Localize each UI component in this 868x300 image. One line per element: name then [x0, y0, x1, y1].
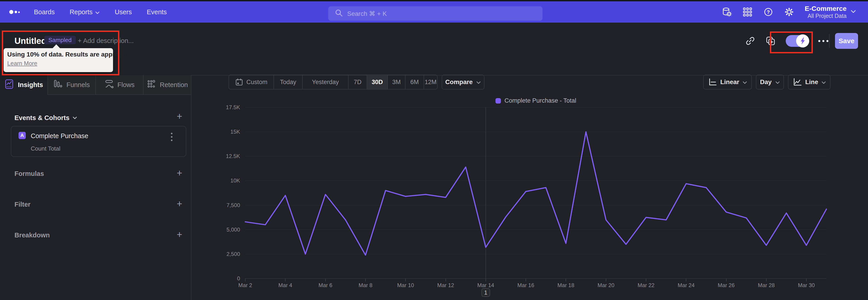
flows-icon — [104, 79, 114, 90]
x-axis-label: Mar 24 — [670, 282, 702, 289]
search-placeholder: Search ⌘ + K — [347, 10, 387, 18]
add-event-button[interactable]: + — [175, 112, 184, 121]
legend-swatch — [495, 98, 501, 103]
chart-legend[interactable]: Complete Purchase - Total — [245, 97, 827, 104]
linear-axis-icon — [708, 78, 717, 87]
sampling-toggle[interactable] — [786, 35, 808, 47]
chart-type-dropdown[interactable]: Line — [788, 74, 831, 90]
section-label-breakdown: Breakdown — [14, 232, 50, 239]
legend-label: Complete Purchase - Total — [504, 97, 577, 104]
event-options-icon[interactable] — [169, 131, 174, 143]
add-to-board-icon[interactable] — [765, 36, 776, 46]
x-axis-tick — [646, 278, 646, 281]
interval-dropdown[interactable]: Day — [756, 74, 784, 90]
tab-insights[interactable]: Insights — [0, 75, 48, 95]
line-chart-plot[interactable] — [245, 108, 827, 278]
settings-gear-icon[interactable] — [784, 7, 794, 17]
range-custom[interactable]: Custom — [229, 75, 274, 89]
nav-item-reports[interactable]: Reports — [70, 8, 100, 16]
scale-dropdown[interactable]: Linear — [703, 74, 752, 90]
range-yesterday[interactable]: Yesterday — [302, 75, 348, 89]
save-button[interactable]: Save — [835, 33, 858, 49]
event-name[interactable]: Complete Purchase — [31, 132, 88, 140]
x-axis-label: Mar 6 — [310, 282, 341, 289]
section-label-formulas: Formulas — [14, 170, 44, 177]
series-letter-badge: A — [19, 132, 26, 139]
event-metric[interactable]: Count Total — [31, 145, 60, 152]
tooltip-text: Using 10% of data. Results are approxima… — [7, 51, 141, 58]
chevron-down-icon — [775, 79, 780, 86]
range-30d[interactable]: 30D — [367, 75, 388, 89]
mixpanel-logo-icon[interactable] — [8, 1, 22, 23]
compare-dropdown[interactable]: Compare — [442, 74, 485, 90]
tab-flows[interactable]: Flows — [95, 75, 143, 95]
x-axis-label: Mar 4 — [270, 282, 301, 289]
project-selector[interactable]: E-Commerce All Project Data — [805, 1, 856, 23]
y-axis-label: 7,500 — [204, 202, 240, 208]
x-axis-label: Mar 12 — [430, 282, 462, 289]
retention-icon — [147, 79, 156, 90]
x-axis-tick — [365, 278, 366, 281]
x-axis-tick — [405, 278, 406, 281]
x-axis-label: Mar 10 — [390, 282, 421, 289]
x-axis-label: Mar 8 — [350, 282, 381, 289]
annotation-badge[interactable]: 1 — [482, 288, 490, 297]
events-cohorts-header[interactable]: Events & Cohorts — [14, 114, 77, 122]
report-title[interactable]: Untitled — [14, 36, 46, 46]
mixpanel-insights-app: BoardsReportsUsersEvents Search ⌘ + K — [0, 0, 868, 300]
top-navigation-bar: BoardsReportsUsersEvents Search ⌘ + K — [0, 1, 868, 23]
event-card[interactable]: A Complete Purchase Count Total — [11, 126, 186, 157]
add-formulas-button[interactable]: + — [175, 168, 184, 178]
learn-more-link[interactable]: Learn More — [7, 60, 37, 67]
chevron-down-icon — [743, 79, 747, 86]
calendar-icon — [235, 78, 243, 86]
x-axis-label: Mar 16 — [510, 282, 541, 289]
add-filter-button[interactable]: + — [175, 199, 184, 209]
x-axis-label: Mar 30 — [790, 282, 822, 289]
help-icon[interactable]: ? — [763, 7, 774, 17]
x-axis-tick — [606, 278, 606, 281]
nav-item-boards[interactable]: Boards — [34, 8, 55, 16]
range-6m[interactable]: 6M — [405, 75, 424, 89]
project-name: E-Commerce — [805, 5, 846, 12]
more-options-icon[interactable] — [818, 40, 829, 42]
sampled-badge[interactable]: Sampled — [44, 36, 76, 44]
top-nav-items: BoardsReportsUsersEvents — [34, 1, 167, 23]
apps-grid-icon[interactable] — [742, 7, 753, 17]
range-3m[interactable]: 3M — [388, 75, 405, 89]
report-header-row — [0, 23, 868, 76]
project-scope: All Project Data — [805, 12, 846, 19]
y-axis-label: 12.5K — [204, 153, 240, 159]
add-breakdown-button[interactable]: + — [175, 230, 184, 240]
nav-item-users[interactable]: Users — [115, 8, 132, 16]
range-12m[interactable]: 12M — [424, 75, 437, 89]
data-management-icon[interactable] — [721, 7, 732, 17]
x-axis-tick — [726, 278, 726, 281]
x-axis-label: Mar 26 — [710, 282, 742, 289]
copy-link-icon[interactable] — [745, 36, 755, 46]
chevron-down-icon — [476, 79, 481, 86]
search-icon — [335, 8, 343, 19]
y-axis-label: 10K — [204, 177, 240, 184]
series-line[interactable] — [245, 132, 827, 255]
range-today[interactable]: Today — [274, 75, 302, 89]
chevron-down-icon — [822, 79, 826, 86]
header-divider — [829, 34, 830, 48]
line-chart-icon — [793, 78, 802, 87]
x-axis-label: Mar 2 — [229, 282, 261, 289]
funnels-icon — [53, 79, 63, 90]
x-axis-tick — [325, 278, 326, 281]
range-7d[interactable]: 7D — [348, 75, 367, 89]
add-description-field[interactable]: + Add description... — [78, 37, 133, 44]
tab-retention[interactable]: Retention — [143, 75, 191, 95]
y-axis-label: 17.5K — [204, 104, 240, 111]
tab-funnels[interactable]: Funnels — [48, 75, 95, 95]
section-label-filter: Filter — [14, 201, 31, 208]
nav-item-events[interactable]: Events — [147, 8, 167, 16]
search-input[interactable]: Search ⌘ + K — [328, 6, 542, 21]
x-axis-tick — [806, 278, 807, 281]
x-axis-label: Mar 28 — [750, 282, 782, 289]
x-axis-tick — [686, 278, 686, 281]
x-axis-label: Mar 18 — [550, 282, 582, 289]
y-axis-label: 2,500 — [204, 251, 240, 257]
